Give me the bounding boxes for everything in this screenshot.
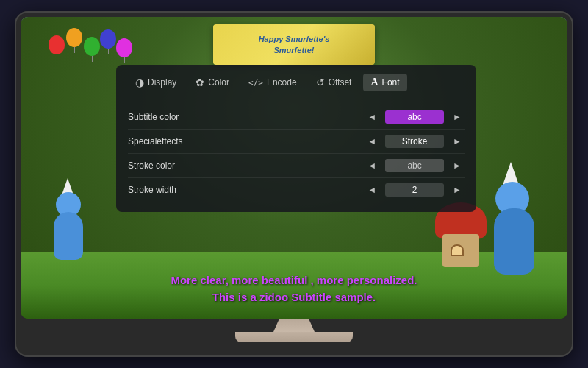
encode-icon: </>	[248, 78, 263, 88]
subtitle-overlay: More clear, more beautiful , more person…	[21, 272, 567, 305]
font-icon: A	[370, 77, 378, 88]
banner-line1: Happy Smurfette's	[259, 34, 330, 44]
stroke-width-value: 2	[385, 183, 444, 197]
specialeffects-left-arrow[interactable]: ◄	[365, 135, 379, 148]
tab-color[interactable]: ✿ Color	[188, 74, 237, 91]
setting-specialeffects: Specialeffects ◄ Stroke ►	[128, 130, 465, 154]
tv-screen: Happy Smurfette's Smurfette! ◑	[21, 17, 567, 319]
tab-font-label: Font	[382, 77, 400, 88]
subtitle-line1: More clear, more beautiful , more person…	[21, 272, 567, 289]
stroke-width-control: ◄ 2 ►	[365, 183, 465, 197]
tv-outer: Happy Smurfette's Smurfette! ◑	[15, 11, 573, 357]
balloon-green	[84, 37, 100, 56]
tab-font[interactable]: A Font	[363, 74, 406, 91]
scene-banner: Happy Smurfette's Smurfette!	[213, 24, 375, 65]
tv-stand	[235, 319, 353, 342]
settings-rows: Subtitle color ◄ abc ► Specialeffects ◄ …	[116, 99, 476, 212]
tabs-row: ◑ Display ✿ Color </> Encode ↺ Offset A	[116, 65, 476, 99]
balloon-purple	[116, 38, 132, 57]
stroke-color-label: Stroke color	[128, 160, 223, 171]
balloon-red	[49, 35, 65, 54]
subtitle-color-right-arrow[interactable]: ►	[450, 110, 465, 124]
stroke-color-value: abc	[385, 159, 444, 172]
stroke-width-label: Stroke width	[128, 185, 223, 195]
smurf-body-right	[494, 208, 534, 275]
stroke-width-left-arrow[interactable]: ◄	[365, 183, 379, 197]
stroke-width-right-arrow[interactable]: ►	[450, 183, 465, 197]
settings-panel: ◑ Display ✿ Color </> Encode ↺ Offset A	[116, 65, 476, 212]
tab-offset-label: Offset	[329, 77, 352, 88]
stroke-color-control: ◄ abc ►	[365, 159, 465, 172]
balloon-blue	[100, 29, 116, 49]
subtitle-color-control: ◄ abc ►	[365, 110, 465, 124]
tab-encode[interactable]: </> Encode	[241, 74, 304, 91]
setting-stroke-width: Stroke width ◄ 2 ►	[128, 178, 465, 202]
mushroom-house	[435, 208, 487, 267]
offset-icon: ↺	[316, 77, 325, 88]
tab-encode-label: Encode	[267, 77, 297, 88]
stand-neck	[265, 319, 323, 332]
smurf-left	[50, 186, 94, 260]
house-window	[451, 244, 464, 256]
subtitle-color-label: Subtitle color	[128, 112, 223, 122]
balloon-orange	[66, 28, 82, 47]
color-icon: ✿	[196, 77, 204, 88]
specialeffects-right-arrow[interactable]: ►	[450, 135, 465, 148]
setting-subtitle-color: Subtitle color ◄ abc ►	[128, 105, 465, 130]
setting-stroke-color: Stroke color ◄ abc ►	[128, 154, 465, 178]
stand-base	[235, 332, 353, 342]
specialeffects-control: ◄ Stroke ►	[365, 135, 465, 148]
smurf-body-left	[54, 212, 83, 260]
display-icon: ◑	[135, 77, 144, 88]
tab-display[interactable]: ◑ Display	[128, 74, 184, 91]
specialeffects-value: Stroke	[385, 135, 444, 148]
subtitle-line2: This is a zidoo Subtitle sample.	[21, 289, 567, 306]
stroke-color-right-arrow[interactable]: ►	[450, 159, 465, 172]
stroke-color-left-arrow[interactable]: ◄	[365, 159, 379, 172]
smurf-right	[487, 179, 545, 275]
tab-display-label: Display	[148, 77, 176, 88]
specialeffects-label: Specialeffects	[128, 136, 223, 146]
subtitle-color-value: abc	[385, 110, 444, 124]
tab-offset[interactable]: ↺ Offset	[309, 74, 359, 91]
subtitle-color-left-arrow[interactable]: ◄	[365, 110, 379, 124]
tab-color-label: Color	[208, 77, 229, 88]
banner-line2: Smurfette!	[273, 45, 314, 55]
